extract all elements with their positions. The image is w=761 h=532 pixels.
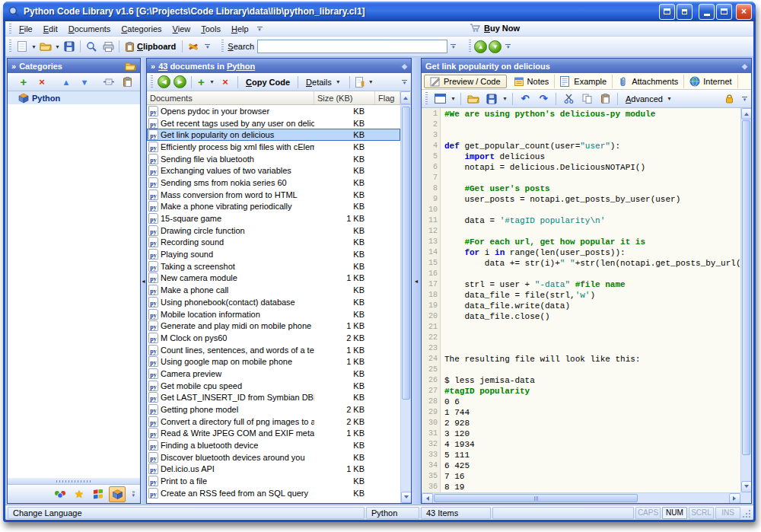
code-editor[interactable]: 1234567891011121314151617181920212223242…	[422, 108, 751, 503]
documents-scroll-up-button[interactable]	[400, 91, 411, 104]
forward-button[interactable]: ▶	[174, 75, 186, 88]
column-documents[interactable]: Documents	[147, 91, 314, 104]
document-row[interactable]: pyNew camera module1 KB	[147, 272, 400, 285]
save-code-button[interactable]	[483, 91, 500, 107]
right-splitter[interactable]: ◄	[412, 58, 421, 504]
menu-tools[interactable]: Tools	[196, 23, 226, 35]
resize-grip[interactable]	[742, 508, 751, 518]
view-mode-button[interactable]	[431, 91, 448, 107]
code-text[interactable]: #We are using python's delicious-py modu…	[444, 108, 740, 492]
document-row[interactable]: pySending file via bluetoothKB	[147, 153, 400, 165]
previous-document-button[interactable]: ▲	[474, 40, 487, 53]
categories-view-button[interactable]	[109, 486, 126, 502]
tab-example[interactable]: Example	[555, 75, 613, 88]
document-row[interactable]: pyCount lines, sentences, and words of a…	[147, 344, 400, 356]
lock-button[interactable]	[721, 91, 737, 107]
tab-notes[interactable]: Notes	[508, 75, 556, 88]
document-row[interactable]: pyM Clock on pys602 KB	[147, 332, 400, 344]
toolbar-grip[interactable]	[9, 40, 11, 53]
people-view-button[interactable]	[52, 486, 68, 502]
document-row[interactable]: pyCreate an RSS feed from an SQL queryKB	[147, 487, 400, 499]
document-row[interactable]: pyGet recent tags used by any user on de…	[147, 117, 400, 129]
code-scroll-left-button[interactable]	[422, 493, 433, 503]
tab-preview-code[interactable]: Preview / Code	[424, 75, 507, 88]
column-size[interactable]: Size (KB)	[314, 91, 375, 104]
documents-scrollbar-thumb[interactable]	[402, 107, 410, 400]
delete-document-button[interactable]: ×	[217, 74, 234, 90]
nav-overflow-button[interactable]: ▾	[504, 41, 512, 52]
column-flag[interactable]: Flag	[375, 91, 400, 104]
tree-item-python[interactable]: Python	[8, 91, 140, 104]
paste-button[interactable]	[597, 91, 613, 107]
close-button[interactable]: ×	[736, 4, 752, 20]
collapse-chevron-icon[interactable]: »	[151, 62, 155, 71]
save-code-dropdown[interactable]: ▾	[501, 95, 508, 102]
add-document-button[interactable]: +	[196, 74, 207, 90]
load-code-button[interactable]	[465, 91, 482, 107]
view-switch-overflow[interactable]: »▾	[129, 489, 138, 499]
copy-button[interactable]	[578, 91, 595, 107]
document-row[interactable]: pySending sms from nokia series 60KB	[147, 177, 400, 189]
document-row[interactable]: pyPlaying soundKB	[147, 248, 400, 260]
menu-overflow-button[interactable]: ▾	[256, 24, 264, 34]
dock-window-button[interactable]	[677, 4, 693, 20]
maximize-button[interactable]	[716, 4, 732, 20]
documents-count-link[interactable]: 43	[158, 62, 167, 71]
code-scrollbar-thumb[interactable]	[742, 120, 750, 455]
cut-button[interactable]	[560, 91, 577, 107]
tab-attachments[interactable]: Attachments	[613, 75, 684, 88]
menu-documents[interactable]: Documents	[63, 23, 116, 35]
document-row[interactable]: pyMobile location informationKB	[147, 308, 400, 320]
add-document-dropdown[interactable]: ▾	[209, 78, 215, 85]
save-library-button[interactable]	[61, 39, 78, 55]
next-document-button[interactable]: ▼	[489, 40, 501, 53]
code-vertical-scrollbar[interactable]	[740, 108, 751, 492]
document-row[interactable]: py15-square game1 KB	[147, 212, 400, 225]
back-button[interactable]: ◀	[158, 75, 170, 88]
preview-button[interactable]	[83, 39, 100, 55]
document-row[interactable]: pyDrawing circle functionKB	[147, 225, 400, 237]
document-row[interactable]: pyGet mobile cpu speedKB	[147, 380, 400, 392]
documents-toolbar-grip[interactable]	[151, 75, 153, 88]
document-row[interactable]: pyDiscover bluetooth devices around youK…	[147, 451, 400, 464]
menu-edit[interactable]: Edit	[38, 23, 63, 35]
view-mode-dropdown[interactable]: ▾	[450, 95, 457, 102]
search-input[interactable]	[257, 40, 447, 53]
document-row[interactable]: pyTaking a screenshotKB	[147, 260, 400, 272]
document-row[interactable]: pyGetting phone model2 KB	[147, 403, 400, 416]
search-toolbar-grip[interactable]	[221, 40, 224, 53]
code-horizontal-scrollbar[interactable]	[422, 492, 740, 503]
rename-category-button[interactable]	[100, 74, 117, 90]
document-row[interactable]: pyUsing phonebook(contact) databaseKB	[147, 296, 400, 308]
document-row[interactable]: pyEfficiently process big xml files with…	[147, 141, 400, 153]
advanced-button[interactable]: Advanced ▾	[622, 94, 677, 104]
move-category-down-button[interactable]: ▼	[76, 74, 93, 90]
editor-toolbar-overflow[interactable]: ▾	[740, 94, 749, 104]
collapse-middle-icon[interactable]: ◄	[414, 279, 419, 284]
document-row[interactable]: pyPrint to a fileKB	[147, 475, 400, 487]
minimize-button[interactable]	[699, 4, 715, 20]
flag-document-button[interactable]	[354, 74, 366, 90]
new-document-dropdown[interactable]: ▾	[30, 43, 37, 50]
code-hscrollbar-thumb[interactable]	[434, 494, 638, 502]
restore-down-button[interactable]	[659, 4, 675, 20]
document-row[interactable]: pyConvert a directory full of png images…	[147, 416, 400, 428]
document-row[interactable]: pyGet LAST_INSERT_ID from Symbian DBMSKB	[147, 392, 400, 404]
document-row[interactable]: pyGet link popularity on deliciousKB	[147, 129, 400, 141]
tools-button[interactable]	[185, 39, 202, 55]
menu-view[interactable]: View	[167, 23, 196, 35]
editor-toolbar-grip[interactable]	[425, 92, 428, 104]
document-row[interactable]: pyMake a phone vibrating periodicallyKB	[147, 201, 400, 213]
print-button[interactable]	[100, 39, 116, 55]
paste-category-button[interactable]	[119, 74, 135, 90]
documents-scroll-down-button[interactable]	[401, 492, 411, 503]
copy-code-button[interactable]: Copy Code	[242, 78, 294, 87]
undo-button[interactable]: ↶	[517, 91, 533, 107]
document-row[interactable]: pyOpens pydoc in your browserKB	[147, 105, 400, 117]
collapse-left-icon[interactable]: ◄	[141, 279, 146, 284]
buy-now-button[interactable]: Buy Now	[470, 23, 520, 33]
favorites-view-button[interactable]: ★	[71, 486, 88, 502]
panel-splitter-grip[interactable]	[8, 478, 140, 484]
document-row[interactable]: pyGenerate and play midi on mobile phone…	[147, 320, 400, 332]
left-splitter[interactable]: ◄	[141, 58, 146, 504]
